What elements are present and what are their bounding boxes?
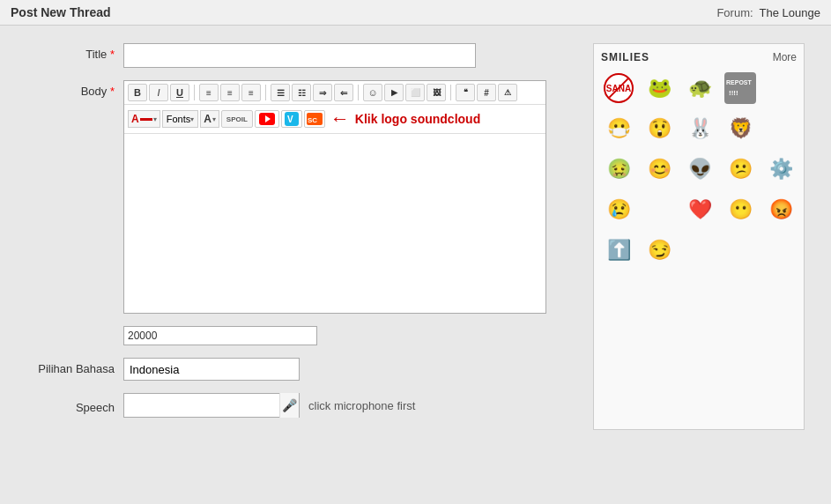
color-bar [140,118,152,121]
youtube-button[interactable] [255,110,279,128]
char-count-input[interactable] [123,326,317,345]
image-upload-button[interactable]: 🖼 [427,84,446,101]
form-section: Title * Body * B I U [26,43,579,430]
svg-text:REPOST: REPOST [726,79,753,85]
title-row: Title * [26,43,579,68]
spoiler-button[interactable]: ⚠ [498,84,517,101]
annotation-text: Klik logo soundcloud [355,112,480,126]
youtube-icon [259,113,275,125]
image-url-button[interactable]: ⬜ [405,84,425,101]
smiley-last[interactable]: 😏 [642,233,677,268]
smiley-rabbit[interactable]: 🐰 [682,111,717,146]
smiley-mask[interactable]: 😷 [601,111,636,146]
vimeo-icon: V [285,112,299,126]
speech-input[interactable] [124,397,279,414]
smilies-grid: SANA 🐸 🐢 REPOST !!!! [601,70,797,268]
smiley-up[interactable]: ⬆️ [601,233,636,268]
body-row: Body * B I U ≡ ≡ [26,80,579,314]
smilies-panel: SMILIES More SANA 🐸 🐢 [593,43,805,430]
svg-rect-6 [724,72,756,104]
repost-icon: REPOST !!!! [724,72,756,104]
smiley-repost[interactable]: REPOST !!!! [723,70,758,106]
smiley-angry[interactable]: 😡 [763,192,798,227]
svg-text:V: V [287,115,293,124]
spoil-button[interactable]: SPOIL [221,110,253,128]
smiley-sad[interactable]: 😢 [601,192,636,227]
smilies-header: SMILIES More [601,51,797,63]
size-arrow: ▾ [212,115,216,123]
mic-icon[interactable]: 🎤 [279,393,299,418]
smiley-confused[interactable]: 😕 [723,152,758,187]
sep3 [358,85,359,100]
page-title: Post New Thread [11,5,111,19]
header-bar: Post New Thread Forum: The Lounge [0,0,831,26]
font-size-button[interactable]: A ▾ [200,110,219,128]
italic-button[interactable]: I [149,84,168,101]
speech-input-wrapper: 🎤 [123,393,300,418]
content-area: Title * Body * B I U [0,26,831,448]
language-label: Pilihan Bahasa [26,358,123,375]
fonts-dropdown[interactable]: Fonts ▾ [162,110,199,128]
body-editor: B I U ≡ ≡ ≡ [123,80,546,314]
body-label: Body * [26,80,123,98]
title-required: * [110,48,115,61]
quote-button[interactable]: ❝ [456,84,475,101]
smiley-smile[interactable]: 😊 [642,152,677,187]
svg-text:SC: SC [308,116,317,124]
sep4 [450,85,451,100]
soundcloud-icon: SC [307,113,323,125]
annotation-wrapper: ← Klik logo soundcloud [327,107,480,130]
speech-row: Speech 🎤 click microphone first [26,393,579,418]
toolbar-row2: A ▾ Fonts ▾ A ▾ SPOIL [124,105,545,134]
svg-text:!!!!: !!!! [729,89,738,97]
smiley-turtle[interactable]: 🐢 [682,70,717,106]
align-right-button[interactable]: ≡ [241,84,261,101]
list-ul-button[interactable]: ☰ [271,84,290,101]
speech-label: Speech [26,397,123,414]
outdent-button[interactable]: ⇐ [334,84,353,101]
align-center-button[interactable]: ≡ [220,84,240,101]
smiley-sick[interactable]: 🤢 [601,152,636,187]
media-button[interactable]: ▶ [384,84,404,101]
sep1 [194,85,195,100]
sep2 [265,85,266,100]
smiley-gear[interactable]: ⚙️ [763,152,798,187]
toolbar-row1: B I U ≡ ≡ ≡ [124,81,545,105]
smiley-heart[interactable]: ❤️ [682,192,717,227]
smiley-frog1[interactable]: 🐸 [642,70,677,106]
bold-button[interactable]: B [128,84,147,101]
body-required: * [110,85,115,98]
smiley-lion[interactable]: 🦁 [723,111,758,146]
hash-button[interactable]: # [477,84,496,101]
indent-button[interactable]: ⇒ [313,84,332,101]
color-dropdown-arrow: ▾ [153,115,157,123]
soundcloud-button[interactable]: SC [304,110,325,128]
title-label: Title * [26,43,123,61]
forum-label: Forum: The Lounge [716,6,820,19]
language-input[interactable] [123,358,300,381]
char-count-row [26,326,579,345]
page-wrapper: Post New Thread Forum: The Lounge Title … [0,0,831,504]
smilies-more-link[interactable]: More [773,51,797,63]
smiley-button[interactable]: ☺ [363,84,382,101]
smiley-sana[interactable]: SANA [601,70,636,106]
smilies-title: SMILIES [601,51,649,63]
smiley-bigblue[interactable]: 😲 [642,111,677,146]
smiley-dark[interactable]: 😶 [723,192,758,227]
smiley-blank3[interactable] [642,192,677,227]
speech-hint: click microphone first [308,399,415,412]
smiley-blank1[interactable] [763,70,798,106]
fonts-arrow: ▾ [190,115,194,123]
align-left-button[interactable]: ≡ [199,84,219,101]
underline-button[interactable]: U [170,84,189,101]
font-color-button[interactable]: A ▾ [128,110,160,128]
smiley-alien[interactable]: 👽 [682,152,717,187]
title-input[interactable] [123,43,476,68]
list-ol-button[interactable]: ☷ [292,84,311,101]
forum-name: The Lounge [760,6,820,19]
smiley-blank2[interactable] [763,111,798,146]
vimeo-button[interactable]: V [281,110,302,128]
language-row: Pilihan Bahasa [26,358,579,381]
annotation-arrow: ← [330,107,350,130]
body-textarea[interactable] [124,134,545,310]
